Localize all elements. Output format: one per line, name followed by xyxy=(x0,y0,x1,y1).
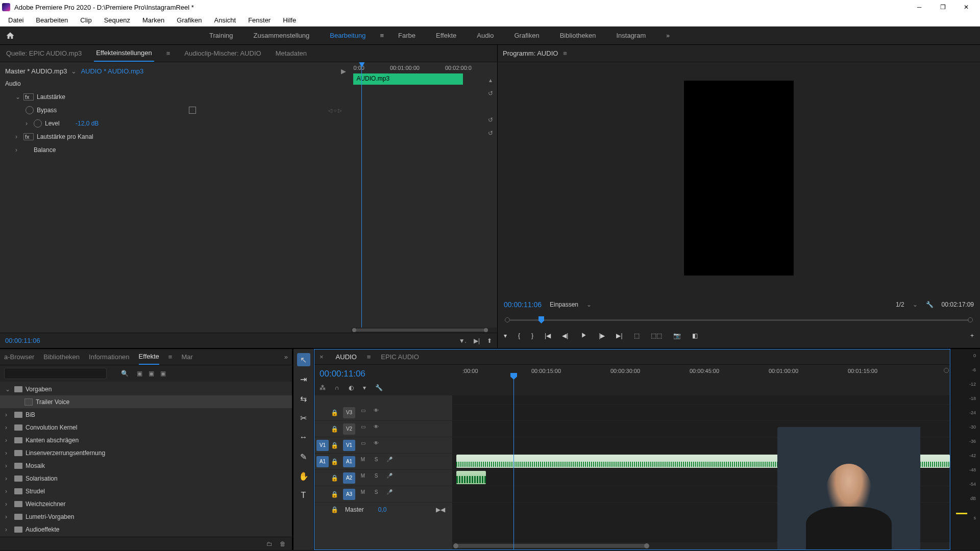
ec-ruler[interactable]: 0:00 00:01:00:00 00:02:00:0 xyxy=(351,62,497,73)
add-button[interactable]: + xyxy=(970,332,974,339)
program-playhead[interactable] xyxy=(538,316,544,323)
workspace-farbe[interactable]: Farbe xyxy=(388,27,426,44)
solo-button[interactable]: S xyxy=(371,457,382,467)
expand-icon[interactable]: › xyxy=(5,449,11,457)
fx-badge[interactable]: fx xyxy=(23,93,34,101)
snap-icon[interactable]: ⁂ xyxy=(320,384,326,391)
menu-bearbeiten[interactable]: Bearbeiten xyxy=(30,15,74,26)
tree-linsen[interactable]: Linsenverzerrungsentfernung xyxy=(26,449,105,457)
tab-quelle[interactable]: Quelle: EPIC AUDIO.mp3 xyxy=(4,45,84,61)
toggle-eye-icon[interactable]: 👁 xyxy=(371,408,382,418)
razor-tool[interactable]: ✂ xyxy=(297,411,310,424)
program-tab[interactable]: Programm: AUDIO xyxy=(503,49,558,57)
workspace-instagram[interactable]: Instagram xyxy=(606,27,656,44)
lock-icon[interactable]: 🔒 xyxy=(331,474,341,482)
menu-fenster[interactable]: Fenster xyxy=(242,15,277,26)
tree-bib[interactable]: BiB xyxy=(26,411,35,418)
tab-mar[interactable]: Mar xyxy=(181,353,192,361)
ec-clip-bar[interactable]: AUDIO.mp3 xyxy=(353,73,463,85)
ec-level-value[interactable]: -12,0 dB xyxy=(76,120,137,127)
filter-icon[interactable]: ▼. xyxy=(459,337,467,344)
voice-record-icon[interactable]: 🎤 xyxy=(384,489,395,499)
toggle-eye-icon[interactable]: 👁 xyxy=(371,440,382,450)
timeline-playhead-line[interactable] xyxy=(513,395,514,549)
tab-browser[interactable]: a-Browser xyxy=(4,353,34,361)
program-menu-icon[interactable]: ≡ xyxy=(563,49,567,57)
reset-icon[interactable]: ↺ xyxy=(484,87,497,100)
workspace-overflow-icon[interactable]: » xyxy=(656,27,680,44)
tab-informationen[interactable]: Informationen xyxy=(89,353,130,361)
program-zoom-dropdown[interactable]: 1/2 xyxy=(896,301,904,308)
toggle-output-icon[interactable]: ▭ xyxy=(357,408,369,418)
go-to-out-icon[interactable]: ▶| xyxy=(616,332,622,339)
tree-lumetri[interactable]: Lumetri-Vorgaben xyxy=(26,513,74,520)
track-v1[interactable]: V1 xyxy=(343,440,355,451)
marker-icon[interactable]: ▾ xyxy=(363,384,366,391)
workspace-menu-icon[interactable]: ≡ xyxy=(376,27,388,44)
workspace-grafiken[interactable]: Grafiken xyxy=(504,27,549,44)
toggle-output-icon[interactable]: ▭ xyxy=(357,424,369,434)
mute-button[interactable]: M xyxy=(357,457,369,467)
workspace-zusammenstellung[interactable]: Zusammenstellung xyxy=(243,27,320,44)
expand-icon[interactable]: › xyxy=(5,488,11,495)
tab-effekte[interactable]: Effekte xyxy=(139,349,159,365)
menu-grafiken[interactable]: Grafiken xyxy=(170,15,208,26)
delete-icon[interactable]: 🗑 xyxy=(280,540,286,547)
marker-icon[interactable]: ▾ xyxy=(504,332,507,339)
program-timecode[interactable]: 00:00:11:06 xyxy=(504,300,542,309)
type-tool[interactable]: T xyxy=(297,489,310,502)
mute-button[interactable]: M xyxy=(357,473,369,483)
ripple-edit-tool[interactable]: ⇆ xyxy=(297,392,310,405)
solo-button[interactable]: S xyxy=(371,489,382,499)
timeline-tab-audio[interactable]: AUDIO xyxy=(334,350,359,364)
tab-effekteinstellungen[interactable]: Effekteinstellungen xyxy=(94,45,154,62)
tab-menu-icon[interactable]: ≡ xyxy=(168,353,173,361)
chevron-down-icon[interactable]: ⌄ xyxy=(586,301,592,308)
voice-record-icon[interactable]: 🎤 xyxy=(384,473,395,483)
tree-trailer-voice[interactable]: Trailer Voice xyxy=(36,398,69,406)
track-a3[interactable]: A3 xyxy=(343,489,355,500)
play-only-icon[interactable]: ▶| xyxy=(474,337,480,344)
comparison-icon[interactable]: ◧ xyxy=(692,332,698,339)
search-icon[interactable]: 🔍 xyxy=(121,370,129,377)
menu-clip[interactable]: Clip xyxy=(74,15,97,26)
expand-icon[interactable]: › xyxy=(5,437,11,444)
vzoom-top-icon[interactable] xyxy=(944,368,949,373)
program-fit-dropdown[interactable]: Einpassen xyxy=(550,301,578,308)
solo-button[interactable]: S xyxy=(371,473,382,483)
stopwatch-icon[interactable] xyxy=(34,119,42,128)
expand-toggle[interactable]: ⌄ xyxy=(15,93,23,101)
ec-clip-label[interactable]: AUDIO * AUDIO.mp3 xyxy=(81,67,143,75)
tree-weichzeichner[interactable]: Weichzeichner xyxy=(26,500,65,508)
chevron-down-icon[interactable]: ⌄ xyxy=(913,301,918,308)
slip-tool[interactable]: ↔ xyxy=(297,431,310,444)
workspace-training[interactable]: Training xyxy=(199,27,243,44)
workspace-effekte[interactable]: Effekte xyxy=(426,27,467,44)
reset-icon[interactable]: ↺ xyxy=(484,113,497,127)
mute-button[interactable]: M xyxy=(357,489,369,499)
snapshot-icon[interactable]: 📷 xyxy=(673,332,681,339)
close-tab-icon[interactable]: × xyxy=(320,353,324,361)
fx-badge[interactable]: fx xyxy=(23,133,34,140)
settings-wrench-icon[interactable]: 🔧 xyxy=(375,384,383,391)
expand-icon[interactable]: › xyxy=(5,475,11,482)
program-viewport[interactable] xyxy=(684,81,794,276)
collapse-icon[interactable]: ▴ xyxy=(484,73,497,87)
track-a1[interactable]: A1 xyxy=(343,456,355,467)
play-button[interactable] xyxy=(579,331,587,341)
expand-toggle[interactable]: › xyxy=(15,146,23,154)
expand-icon[interactable]: ⌄ xyxy=(5,386,11,393)
menu-marken[interactable]: Marken xyxy=(136,15,170,26)
program-scrub-bar[interactable] xyxy=(504,314,974,324)
master-value[interactable]: 0,0 xyxy=(378,506,387,513)
expand-icon[interactable]: › xyxy=(5,424,11,431)
menu-ansicht[interactable]: Ansicht xyxy=(208,15,242,26)
pen-tool[interactable]: ✎ xyxy=(297,450,310,463)
effects-search-input[interactable] xyxy=(4,368,107,379)
reset-icon[interactable]: ↺ xyxy=(484,127,497,140)
tree-mosaik[interactable]: Mosaik xyxy=(26,462,45,469)
filter-badge-1-icon[interactable]: ▣ xyxy=(137,370,142,377)
expand-icon[interactable]: › xyxy=(5,513,11,520)
master-jump-icon[interactable]: ▶◀ xyxy=(436,506,445,513)
voice-record-icon[interactable]: 🎤 xyxy=(384,457,395,467)
